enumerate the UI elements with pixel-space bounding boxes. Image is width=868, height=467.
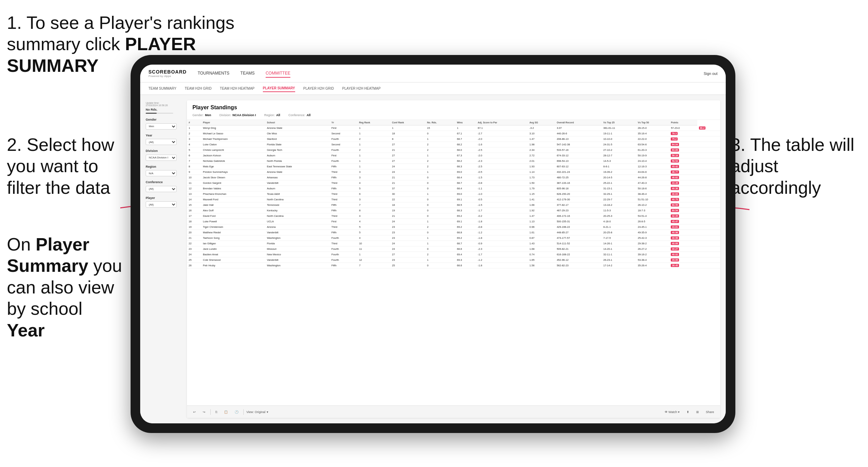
view-selector[interactable]: View: Original ▾ xyxy=(246,410,268,414)
table-cell: 14-5-3 xyxy=(602,158,636,164)
sub-nav-player-summary[interactable]: PLAYER SUMMARY xyxy=(263,85,295,92)
table-cell: 43.49 xyxy=(669,180,697,186)
table-cell: Second xyxy=(330,142,357,147)
table-cell: 432-221-24 xyxy=(555,169,602,175)
player-select[interactable]: (All) xyxy=(146,201,177,208)
watch-button[interactable]: 👁 Watch ▾ xyxy=(663,410,682,414)
table-row[interactable]: 3Michael ThorbjornsenStanfordFourth28168… xyxy=(187,136,720,142)
filter-year: Year (All) xyxy=(146,134,183,145)
sub-nav-player-h2h-heatmap[interactable]: PLAYER H2H HEATMAP xyxy=(342,85,381,92)
conference-select[interactable]: (All) xyxy=(146,186,177,192)
table-row[interactable]: 26Petr HrubyWashingtonFifth725068.6-1.81… xyxy=(187,263,720,268)
table-cell: 607-63-12 xyxy=(555,164,602,169)
nav-teams[interactable]: TEAMS xyxy=(241,69,255,78)
table-cell: 18 xyxy=(390,202,425,208)
table-cell: 467-29-23 xyxy=(555,208,602,213)
table-cell: 1.61 xyxy=(528,230,555,235)
table-cell: Fifth xyxy=(330,202,357,208)
table-cell: 69.0 xyxy=(455,191,476,197)
bottom-toolbar: ↩ ↪ ⎘ 📋 🕐 View: Original ▾ 👁 Watch ▾ xyxy=(187,405,720,418)
paste-button[interactable]: 📋 xyxy=(222,410,230,414)
table-cell: 1.50 xyxy=(528,180,555,186)
col-avg-sg: Avg SG xyxy=(528,120,555,125)
table-cell: 67.3 xyxy=(455,153,476,158)
table-cell: -1.8 xyxy=(476,235,528,241)
sub-nav-team-h2h-heatmap[interactable]: TEAM H2H HEATMAP xyxy=(220,85,255,92)
table-row[interactable]: 5Christo LamprechtGeorgia TechFourth2212… xyxy=(187,147,720,153)
year-select[interactable]: (All) xyxy=(146,139,177,145)
table-row[interactable]: 12Brendan ValdesAuburnFifth537068.4-1.11… xyxy=(187,186,720,191)
table-row[interactable]: 8Mats EgeEast Tennessee StateFifth124268… xyxy=(187,164,720,169)
table-row[interactable]: 23Jack LundinMissouriFourth1124068.6-2.3… xyxy=(187,246,720,252)
table-row[interactable]: 20Matthew RiedelVanderbiltFifth523068.8-… xyxy=(187,230,720,235)
table-row[interactable]: 6Jackson KoivunAuburnFirst127167.3-2.02.… xyxy=(187,153,720,158)
table-cell: 19 xyxy=(187,224,201,230)
table-row[interactable]: 19Tiger ChristensenArizonaThird523269.2-… xyxy=(187,224,720,230)
table-cell: 25-42-3 xyxy=(636,235,669,241)
share-button[interactable]: Share xyxy=(704,410,716,414)
region-select[interactable]: N/A xyxy=(146,170,177,176)
table-row[interactable]: 16Alex GoffKentuckyFifth819068.3-1.71.92… xyxy=(187,208,720,213)
division-select[interactable]: NCAA Division I xyxy=(146,155,177,161)
copy-button[interactable]: ⎘ xyxy=(213,410,219,414)
table-row[interactable]: 22Ian GilliganFloridaThird1024168.7-0.91… xyxy=(187,241,720,246)
no-rds-slider[interactable] xyxy=(146,113,173,114)
table-row[interactable]: 10Jacob Skov OlesenArkansasFifth321068.4… xyxy=(187,175,720,180)
sign-out-link[interactable]: Sign out xyxy=(704,71,717,76)
table-cell: Fourth xyxy=(330,235,357,241)
table-cell: 25-22-1 xyxy=(602,180,636,186)
table-filter-row: Gender: Men Division: NCAA Division I Re… xyxy=(192,113,715,117)
table-cell: -1.8 xyxy=(476,263,528,268)
export-button[interactable]: ⬆ xyxy=(685,410,691,414)
table-cell: 1.15 xyxy=(528,191,555,197)
table-row[interactable]: 25Cole SherwoodVanderbiltFourth1223169.3… xyxy=(187,257,720,263)
nav-committee[interactable]: COMMITTEE xyxy=(266,69,290,78)
table-cell: 1.68 xyxy=(528,246,555,252)
table-cell: 49.42 xyxy=(669,164,697,169)
table-cell: 3.10 xyxy=(528,131,555,136)
nav-tournaments[interactable]: TOURNAMENTS xyxy=(198,69,229,78)
table-cell: 7 xyxy=(187,158,201,164)
table-cell: 6 xyxy=(187,153,201,158)
filter-conference-display: Conference: All xyxy=(288,113,311,117)
table-row[interactable]: 24Bastien AmatNew MexicoFourth127269.4-1… xyxy=(187,252,720,257)
sub-nav-team-summary[interactable]: TEAM SUMMARY xyxy=(148,85,177,92)
table-scroll-area[interactable]: # Player School Yr Reg Rank Conf Rank No… xyxy=(187,120,720,405)
table-cell: First xyxy=(330,125,357,131)
table-row[interactable]: 13Phachara KhonchanTexas A&MThird630169.… xyxy=(187,191,720,197)
table-row[interactable]: 17David FordNorth CarolinaThird421069.2-… xyxy=(187,213,720,219)
sub-nav-team-h2h-grid[interactable]: TEAM H2H GRID xyxy=(185,85,212,92)
col-rank: # xyxy=(187,120,201,125)
gender-select[interactable]: Men xyxy=(146,123,177,130)
table-row[interactable]: 11Gordon SargentVanderbiltThird421068.7-… xyxy=(187,180,720,186)
table-cell: 14-20-1 xyxy=(602,246,636,252)
table-row[interactable]: 9Preston SummerhaysArizona StateThird324… xyxy=(187,169,720,175)
table-cell: 1 xyxy=(425,257,455,263)
table-row[interactable]: 1Wenyi DingArizona StateFirst1115167.1-3… xyxy=(187,125,720,131)
undo-button[interactable]: ↩ xyxy=(191,410,198,414)
table-cell: 2 xyxy=(357,147,390,153)
table-cell: 69.4 xyxy=(455,252,476,257)
grid-button[interactable]: ⊞ xyxy=(694,410,701,414)
table-cell: Fourth xyxy=(330,246,357,252)
table-row[interactable]: 7Nicholas GabrielcikNorth FloridaFourth1… xyxy=(187,158,720,164)
sub-nav-player-h2h-grid[interactable]: PLAYER H2H GRID xyxy=(303,85,334,92)
table-cell: Third xyxy=(330,191,357,197)
table-row[interactable]: 15Jake HallTennesseeFifth718068.5-1.51.6… xyxy=(187,202,720,208)
table-cell: 5 xyxy=(357,230,390,235)
table-cell: 0 xyxy=(425,175,455,180)
table-cell: Jackson Koivun xyxy=(201,153,265,158)
table-cell: 25 xyxy=(390,263,425,268)
table-cell: 452-96-12 xyxy=(555,257,602,263)
table-row[interactable]: 18Luke PowellUCLAFirst424169.1-1.81.1350… xyxy=(187,219,720,224)
table-cell: 7-17-5 xyxy=(602,235,636,241)
table-row[interactable]: 4Luke ClatonFlorida StateSecond127268.2-… xyxy=(187,142,720,147)
table-cell: 412-179-30 xyxy=(555,197,602,202)
table-cell: 1.66 xyxy=(528,202,555,208)
table-cell: 18-7-3 xyxy=(636,208,669,213)
table-row[interactable]: 21Taehoon SongWashingtonFourth423169.2-1… xyxy=(187,235,720,241)
redo-button[interactable]: ↪ xyxy=(201,410,208,414)
table-row[interactable]: 14Maxwell FordNorth CarolinaThird322069.… xyxy=(187,197,720,202)
clock-button[interactable]: 🕐 xyxy=(233,410,241,414)
table-row[interactable]: 2Michael Le SassoOle MissSecond118067.1-… xyxy=(187,131,720,136)
